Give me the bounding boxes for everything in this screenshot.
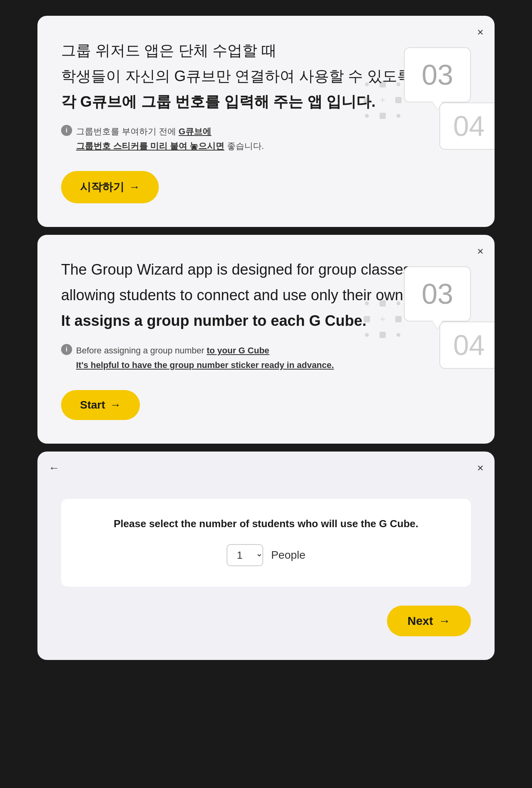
next-btn-arrow: → bbox=[439, 614, 450, 628]
close-button-english[interactable]: × bbox=[477, 246, 484, 257]
start-button-english[interactable]: Start → bbox=[61, 390, 140, 420]
card2-info-block: i Before assigning a group number to you… bbox=[61, 343, 471, 373]
card1-content: 그룹 위저드 앱은 단체 수업할 때 학생들이 자신의 G큐브만 연결하여 사용… bbox=[61, 39, 471, 203]
card2-content: The Group Wizard app is designed for gro… bbox=[61, 258, 471, 420]
students-count-select[interactable]: 1 2 3 4 5 6 7 8 9 10 bbox=[227, 544, 263, 566]
start-button-korean[interactable]: 시작하기 → bbox=[61, 171, 159, 203]
start-btn-label: 시작하기 bbox=[80, 180, 124, 195]
next-btn-label: Next bbox=[407, 614, 433, 628]
card1-info-link: G큐브에그룹번호 스티커를 미리 붙여 놓으시면 bbox=[76, 126, 224, 151]
card2-info-link2: It's helpful to have the group number st… bbox=[76, 360, 334, 370]
next-button[interactable]: Next → bbox=[387, 606, 471, 636]
card-english: × The Group Wizard app is designed for g… bbox=[37, 235, 495, 444]
card1-title-bold: 각 G큐브에 그룹 번호를 입력해 주는 앱 입니다. bbox=[61, 91, 471, 113]
card1-info-text: 그룹번호를 부여하기 전에 G큐브에그룹번호 스티커를 미리 붙여 놓으시면 좋… bbox=[76, 124, 264, 154]
select-students-title: Please select the number of students who… bbox=[114, 518, 419, 530]
card2-info-link: to your G Cube bbox=[206, 346, 269, 355]
card1-title-line2: 학생들이 자신의 G큐브만 연결하여 사용할 수 있도록 bbox=[61, 65, 471, 87]
card-select-students: ← × Please select the number of students… bbox=[37, 452, 495, 660]
close-button-card3[interactable]: × bbox=[477, 463, 484, 474]
start-btn-label-en: Start bbox=[80, 399, 105, 411]
card2-info-text: Before assigning a group number to your … bbox=[76, 343, 334, 373]
start-btn-arrow-en: → bbox=[110, 399, 121, 411]
close-button-korean[interactable]: × bbox=[477, 27, 484, 38]
back-button[interactable]: ← bbox=[48, 463, 60, 474]
card2-title-bold: It assigns a group number to each G Cube… bbox=[61, 310, 471, 332]
people-label: People bbox=[271, 549, 305, 561]
start-btn-arrow: → bbox=[129, 181, 140, 193]
card1-title-line1: 그룹 위저드 앱은 단체 수업할 때 bbox=[61, 39, 471, 62]
select-students-box: Please select the number of students who… bbox=[61, 499, 471, 587]
card2-title-line2: allowing students to connect and use onl… bbox=[61, 284, 471, 307]
select-students-row: 1 2 3 4 5 6 7 8 9 10 People bbox=[227, 544, 305, 566]
info-icon-korean: i bbox=[61, 125, 72, 136]
info-icon-english: i bbox=[61, 344, 72, 355]
card1-info-block: i 그룹번호를 부여하기 전에 G큐브에그룹번호 스티커를 미리 붙여 놓으시면… bbox=[61, 124, 471, 154]
card2-title-line1: The Group Wizard app is designed for gro… bbox=[61, 258, 471, 281]
card3-bottom: Next → bbox=[61, 606, 471, 636]
card-korean: × 그룹 위저드 앱은 단체 수업할 때 학생들이 자신의 G큐브만 연결하여 … bbox=[37, 16, 495, 227]
